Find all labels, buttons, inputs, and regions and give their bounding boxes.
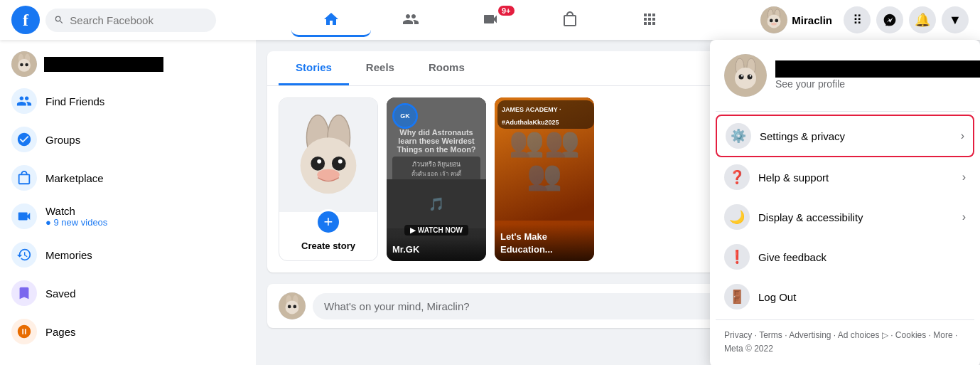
- dd-feedback-label: Give feedback: [758, 251, 966, 263]
- dd-footer: Privacy · Terms · Advertising · Ad choic…: [716, 323, 974, 361]
- watch-icon: [11, 203, 37, 229]
- marketplace-icon: [11, 165, 37, 191]
- tab-stories[interactable]: Stories: [279, 51, 349, 85]
- dd-user-name: ████████████████████: [775, 60, 980, 78]
- sidebar-item-label: Saved: [45, 287, 76, 300]
- tab-rooms[interactable]: Rooms: [411, 51, 482, 85]
- dd-logout-label: Log Out: [758, 291, 966, 303]
- user-profile-button[interactable]: Miraclin: [755, 4, 838, 36]
- messenger-button[interactable]: [876, 6, 903, 33]
- svg-point-16: [301, 137, 357, 194]
- svg-point-33: [748, 75, 753, 80]
- svg-point-5: [775, 19, 779, 23]
- svg-point-31: [735, 68, 756, 89]
- pages-icon: [11, 319, 37, 344]
- saved-icon: [11, 280, 37, 306]
- svg-point-35: [750, 75, 751, 76]
- sidebar-item-watch[interactable]: Watch ● 9 new videos: [3, 198, 253, 235]
- sidebar-item-groups[interactable]: Groups: [3, 121, 253, 158]
- svg-point-17: [311, 157, 325, 171]
- svg-point-18: [332, 157, 346, 171]
- dd-item-settings[interactable]: ⚙️ Settings & privacy ›: [716, 115, 974, 157]
- story-card-create[interactable]: + Create story: [279, 97, 378, 261]
- watch-badge: 9+: [498, 6, 515, 16]
- search-bar[interactable]: [45, 9, 216, 32]
- sidebar-item-find-friends[interactable]: Find Friends: [3, 83, 253, 120]
- nav-home-button[interactable]: [291, 3, 371, 37]
- story-create-image-area: [279, 98, 377, 212]
- help-icon: ❓: [724, 164, 750, 190]
- svg-point-4: [770, 19, 773, 23]
- story-card-mr-gk[interactable]: Why did Astronauts learn these Weirdest …: [387, 97, 486, 261]
- sidebar-item-label: Pages: [45, 326, 76, 338]
- dd-item-help[interactable]: ❓ Help & support ›: [716, 157, 974, 197]
- svg-point-32: [739, 75, 744, 80]
- chevron-right-icon: ›: [961, 129, 964, 142]
- watch-sublabel: ● 9 new videos: [45, 217, 107, 228]
- user-avatar-small: [760, 6, 787, 33]
- sidebar-avatar: [11, 51, 37, 77]
- story-overlay: Mr.GK: [387, 237, 486, 261]
- logout-icon: 🚪: [724, 284, 750, 310]
- top-navigation: f 9+ Mi: [0, 0, 980, 40]
- sidebar-item-label: Memories: [45, 249, 92, 261]
- svg-point-26: [288, 305, 291, 309]
- story-user-label: Mr.GK: [392, 244, 419, 255]
- search-input[interactable]: [70, 14, 208, 26]
- svg-point-3: [768, 14, 781, 28]
- nav-watch-button[interactable]: 9+: [451, 3, 530, 37]
- sidebar-item-label: Groups: [45, 134, 80, 146]
- story-create-bottom: + Create story: [296, 212, 361, 260]
- topnav-left: f: [11, 6, 239, 34]
- sidebar: ████████████ Find Friends Groups Marketp…: [0, 40, 256, 365]
- sidebar-item-label: Watch: [45, 205, 107, 217]
- dd-item-feedback[interactable]: ❗ Give feedback: [716, 237, 974, 277]
- sidebar-item-marketplace[interactable]: Marketplace: [3, 159, 253, 196]
- dd-help-label: Help & support: [758, 171, 954, 184]
- nav-marketplace-button[interactable]: [530, 3, 610, 37]
- post-box-avatar: [279, 292, 306, 319]
- dropdown-menu: ████████████████████ See your profile ⚙️…: [710, 40, 980, 365]
- edu-story-overlay: Let's Make Education...: [495, 224, 594, 261]
- topnav-right: Miraclin ⠿ 🔔 ▼: [741, 4, 969, 36]
- notifications-button[interactable]: 🔔: [909, 6, 936, 33]
- create-story-plus[interactable]: +: [316, 209, 341, 235]
- nav-friends-button[interactable]: [371, 3, 451, 37]
- sidebar-item-label: Marketplace: [45, 172, 104, 184]
- dd-item-logout[interactable]: 🚪 Log Out: [716, 277, 974, 317]
- story-card-education[interactable]: 👥👥👥 JAMES ACADEMY · #AduthalaKku2025 Let…: [495, 97, 594, 261]
- dd-profile-avatar: [724, 54, 767, 97]
- svg-point-25: [286, 300, 299, 314]
- memories-icon: [11, 242, 37, 268]
- menu-dropdown-button[interactable]: ▼: [942, 6, 969, 33]
- sidebar-item-pages[interactable]: Pages: [3, 313, 253, 350]
- dd-profile-info: ████████████████████ See your profile: [775, 60, 980, 90]
- sidebar-item-memories[interactable]: Memories: [3, 236, 253, 273]
- tab-reels[interactable]: Reels: [349, 51, 411, 85]
- gear-icon: ⚙️: [726, 123, 751, 149]
- svg-point-27: [293, 305, 296, 309]
- dd-settings-label: Settings & privacy: [760, 130, 952, 142]
- apps-button[interactable]: ⠿: [844, 6, 871, 33]
- nav-menu-button[interactable]: [610, 3, 689, 37]
- moon-icon: 🌙: [724, 204, 750, 230]
- dd-profile-link[interactable]: ████████████████████ See your profile: [716, 46, 974, 105]
- sidebar-item-saved[interactable]: Saved: [3, 275, 253, 312]
- watch-label-group: Watch ● 9 new videos: [45, 205, 107, 228]
- dd-divider-1: [716, 111, 974, 112]
- svg-point-19: [317, 159, 321, 164]
- dd-see-profile: See your profile: [775, 78, 845, 90]
- people-icon: [11, 88, 37, 114]
- watch-now-label: ▶ WATCH NOW: [404, 225, 468, 236]
- sidebar-user-profile[interactable]: ████████████: [3, 47, 253, 81]
- search-icon: [54, 14, 64, 26]
- svg-point-34: [741, 75, 743, 76]
- create-story-label: Create story: [301, 240, 355, 251]
- dd-display-label: Display & accessibility: [758, 211, 954, 223]
- sidebar-item-label: Find Friends: [45, 95, 104, 107]
- topnav-center: 9+: [239, 3, 741, 37]
- facebook-logo[interactable]: f: [11, 6, 40, 34]
- dd-item-display[interactable]: 🌙 Display & accessibility ›: [716, 197, 974, 237]
- user-name: Miraclin: [792, 14, 832, 26]
- edu-story-label: Let's Make Education...: [500, 231, 553, 255]
